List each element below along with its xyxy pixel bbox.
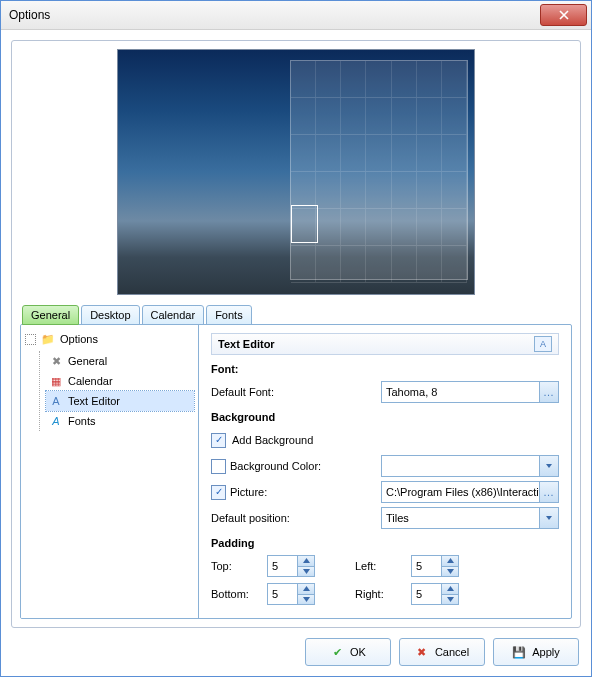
calendar-icon: ▦ [48,373,64,389]
section-header: Text Editor A [211,333,559,355]
main-panel: General Desktop Calendar Fonts 📁 Options… [11,40,581,628]
form-pane: Text Editor A Font: Default Font: Tahoma… [199,325,571,618]
group-font: Font: [211,363,559,375]
tree-item-label: Fonts [68,415,96,427]
checkbox-add-background[interactable] [211,433,226,448]
tab-general[interactable]: General [22,305,79,325]
row-background-color: Background Color: [211,455,559,477]
folder-icon: 📁 [40,331,56,347]
tree-children: ✖ General ▦ Calendar A Text Editor A [39,351,194,431]
cancel-button[interactable]: ✖ Cancel [399,638,485,666]
ellipsis-button[interactable]: … [539,382,558,402]
apply-button[interactable]: 💾 Apply [493,638,579,666]
dropdown-button[interactable] [539,456,558,476]
close-icon [559,10,569,20]
label-bottom: Bottom: [211,588,259,600]
tabstrip: General Desktop Calendar Fonts [20,305,572,325]
spin-up[interactable] [442,556,458,566]
label-right: Right: [355,588,403,600]
ok-button[interactable]: ✔ OK [305,638,391,666]
tree-item-label: Calendar [68,375,113,387]
tree-item-calendar[interactable]: ▦ Calendar [46,371,194,391]
row-add-background: Add Background [211,429,559,451]
titlebar: Options [1,1,591,30]
group-padding: Padding [211,537,559,549]
section-icon: A [534,336,552,352]
tree-item-fonts[interactable]: A Fonts [46,411,194,431]
tree-root[interactable]: 📁 Options [25,331,194,347]
ellipsis-button[interactable]: … [539,482,558,502]
default-position-combo[interactable]: Tiles [381,507,559,529]
label-left: Left: [355,560,403,572]
preview-calendar-overlay [290,60,468,280]
tree-toggle-icon [25,334,36,345]
tree-item-label: Text Editor [68,395,120,407]
tree-root-label: Options [60,333,98,345]
dropdown-button[interactable] [539,508,558,528]
padding-grid: Top: 5 Bottom: 5 Left: 5 Right: [211,555,559,605]
spin-down[interactable] [442,566,458,577]
fonts-icon: A [48,413,64,429]
close-button[interactable] [540,4,587,26]
background-color-combo[interactable] [381,455,559,477]
section-title: Text Editor [218,338,534,350]
spin-down[interactable] [298,566,314,577]
client-area: General Desktop Calendar Fonts 📁 Options… [1,30,591,676]
spin-down[interactable] [442,594,458,605]
label-background-color: Background Color: [211,459,381,474]
checkbox-background-color[interactable] [211,459,226,474]
dialog-buttons: ✔ OK ✖ Cancel 💾 Apply [11,638,581,666]
background-color-value [382,456,539,476]
default-position-value: Tiles [382,508,539,528]
split-pane: 📁 Options ✖ General ▦ Calendar [20,324,572,619]
checkbox-picture[interactable] [211,485,226,500]
label-picture: Picture: [211,485,381,500]
check-icon: ✔ [330,645,344,659]
row-default-position: Default position: Tiles [211,507,559,529]
spin-down[interactable] [298,594,314,605]
tab-fonts[interactable]: Fonts [206,305,252,325]
default-font-value: Tahoma, 8 [382,382,539,402]
tools-icon: ✖ [48,353,64,369]
window-title: Options [9,8,540,22]
spin-bottom[interactable]: 5 [267,583,315,605]
group-background: Background [211,411,559,423]
cancel-icon: ✖ [415,645,429,659]
label-add-background: Add Background [232,434,313,446]
spin-left[interactable]: 5 [411,555,459,577]
tree-item-general[interactable]: ✖ General [46,351,194,371]
label-top: Top: [211,560,259,572]
spin-up[interactable] [298,556,314,566]
row-default-font: Default Font: Tahoma, 8 … [211,381,559,403]
preview-image [117,49,475,295]
tab-calendar[interactable]: Calendar [142,305,205,325]
row-picture: Picture: C:\Program Files (x86)\Interact… [211,481,559,503]
spin-up[interactable] [442,584,458,594]
spin-top[interactable]: 5 [267,555,315,577]
label-default-font: Default Font: [211,386,381,398]
tree-item-label: General [68,355,107,367]
default-font-combo[interactable]: Tahoma, 8 … [381,381,559,403]
tree-pane: 📁 Options ✖ General ▦ Calendar [21,325,199,618]
label-default-position: Default position: [211,512,381,524]
picture-value: C:\Program Files (x86)\Interactive [382,482,539,502]
text-editor-icon: A [48,393,64,409]
tree-item-text-editor[interactable]: A Text Editor [46,391,194,411]
save-icon: 💾 [512,645,526,659]
spin-right[interactable]: 5 [411,583,459,605]
tab-desktop[interactable]: Desktop [81,305,139,325]
spin-up[interactable] [298,584,314,594]
options-dialog: Options General Desktop Calenda [0,0,592,677]
picture-combo[interactable]: C:\Program Files (x86)\Interactive … [381,481,559,503]
